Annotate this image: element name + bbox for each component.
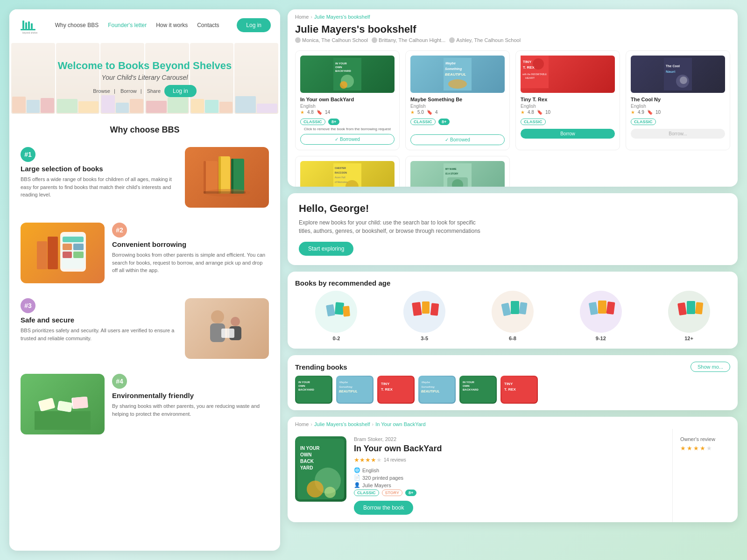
book-cool-name: The Cool Ny (631, 97, 725, 102)
book-cover-yard: IN YOUR OWN BACKYARD (300, 56, 395, 93)
feature-3-text: #3 Safe and secure BBS prioritizes safet… (21, 298, 177, 342)
book-cool-lang: English (631, 104, 725, 109)
trending-book-3[interactable]: TINY T. REX (377, 376, 415, 404)
member-2-name: Brittany, The Calhoun Hight... (379, 37, 445, 43)
shelf-title: Julie Mayers's bookshelf (295, 23, 730, 35)
right-panels: Home › Julie Mayers's bookshelf Julie Ma… (288, 9, 738, 551)
trending-header: Trending books Show mo... (288, 355, 738, 376)
star-1: ★ (354, 456, 359, 463)
book-cover-tiny: TINY T. REX with the INDOMITABLE HEART (521, 56, 615, 93)
feature-2: #2 Convenient borrowing Borrowing books … (9, 215, 280, 291)
logo: beyond shelves (19, 16, 37, 35)
detail-breadcrumb-book[interactable]: In Your own BackYard (375, 421, 425, 427)
book-maybe-age: 8+ (438, 119, 450, 125)
trending-book-2[interactable]: Maybe Something BEAUTIFUL (336, 376, 374, 404)
hero-subtitle: Your Child's Literary Carousel (102, 74, 188, 81)
borrow-btn-cool[interactable]: Borrow... (631, 129, 725, 139)
member-3-name: Ashley, The Calhoun School (456, 37, 521, 43)
hero-title: Welcome to Books Beyond Shelves (58, 60, 232, 72)
book-maybe-reviews: 4 (435, 110, 438, 115)
feature-4-image (21, 374, 105, 434)
owner-star-2: ★ (687, 445, 692, 452)
hero-section: Welcome to Books Beyond Shelves Your Chi… (9, 41, 280, 116)
start-exploring-button[interactable]: Start exploring (299, 242, 353, 256)
svg-text:OWN: OWN (335, 66, 342, 69)
breadcrumb-bookshelf[interactable]: Julie Mayers's bookshelf (314, 14, 370, 20)
show-more-button[interactable]: Show mo... (691, 362, 730, 372)
book-cover-chester: CHESTER RACCOON Acorn Full of Memories (300, 161, 395, 187)
svg-text:TINY: TINY (504, 382, 513, 386)
detail-content: IN YOUR OWN BACK YARD Bram Stoker, 2022 … (288, 429, 738, 522)
svg-rect-9 (218, 156, 221, 194)
hero-browse[interactable]: Browse (93, 88, 110, 94)
borrow-btn-tiny[interactable]: Borrow (521, 129, 615, 139)
book-card-yard: IN YOUR OWN BACKYARD In Your own BackYar… (295, 50, 400, 150)
hero-borrow[interactable]: Borrow (114, 88, 137, 94)
hero-share[interactable]: Share (141, 88, 161, 94)
svg-text:Something: Something (339, 385, 352, 388)
svg-text:Something: Something (421, 385, 435, 388)
detail-tags: CLASSIC STORY 8+ (354, 490, 665, 496)
feature-3-image (185, 298, 269, 359)
trending-book-6[interactable]: TINY T. REX (500, 376, 538, 404)
nav-founders[interactable]: Founder's letter (108, 22, 147, 28)
owner-star-4: ★ (700, 445, 705, 452)
age-group-9-12[interactable]: 9-12 (559, 291, 642, 341)
nav-contacts[interactable]: Contacts (197, 22, 219, 28)
owner-stars: ★ ★ ★ ★ ★ (680, 445, 730, 452)
detail-breadcrumb-home[interactable]: Home (295, 421, 309, 427)
breadcrumb-home[interactable]: Home (295, 14, 309, 20)
borrowed-btn-yard[interactable]: ✓ Borrowed (300, 134, 395, 145)
detail-breadcrumb-shelf[interactable]: Julie Mayers's bookshelf (314, 421, 370, 427)
svg-rect-72 (343, 306, 350, 316)
feature-1-image (185, 147, 269, 208)
detail-borrow-button[interactable]: Borrow the book (354, 501, 413, 515)
borrowed-btn-maybe[interactable]: ✓ Borrowed (410, 134, 505, 145)
svg-text:The Cool: The Cool (666, 64, 680, 68)
trending-book-5[interactable]: IN YOUR OWN BACKYARD (459, 376, 497, 404)
trending-book-4[interactable]: Maybe Something BEAUTIFUL (418, 376, 456, 404)
book-cool-tag: CLASSIC (631, 119, 656, 125)
owner-star-1: ★ (680, 445, 686, 452)
book-yard-tag-age: 8+ (328, 119, 339, 125)
bookshelf-panel: Home › Julie Mayers's bookshelf Julie Ma… (288, 9, 738, 187)
svg-text:HEART: HEART (525, 77, 535, 79)
age-section-title: Books by recommended age (288, 272, 738, 291)
trending-row: IN YOUR OWN BACKYARD Maybe Something BEA… (288, 376, 738, 410)
book-cover-maybe: Maybe Something BEAUTIFUL (410, 56, 505, 93)
borrow-tooltip: Click to remove the book from the borrow… (300, 127, 395, 131)
star-5: ★ (376, 456, 382, 463)
member-2: Brittany, The Calhoun Hight... (372, 37, 445, 43)
hero-login-button[interactable]: Log in (164, 85, 197, 97)
book-maybe-tag: CLASSIC (410, 119, 436, 125)
book-tiny-rating: 4.8 (528, 110, 534, 115)
nav-why-bbs[interactable]: Why choose BBS (55, 22, 99, 28)
hello-title: Hello, George! (299, 203, 726, 215)
age-circle-12plus (668, 291, 710, 333)
book-card-cool: The Cool Nauri The Cool Ny English ★ 4.9… (626, 50, 730, 150)
book-grid: IN YOUR OWN BACKYARD In Your own BackYar… (288, 47, 738, 187)
svg-rect-35 (72, 397, 88, 409)
age-group-6-8[interactable]: 6-8 (472, 291, 554, 341)
book-yard-reviews: 14 (325, 110, 330, 115)
svg-text:BEAUTIFUL: BEAUTIFUL (445, 72, 466, 77)
feature-2-title: Convenient borrowing (112, 240, 269, 248)
age-group-12plus[interactable]: 12+ (648, 291, 730, 341)
book-card-tiny: TINY T. REX with the INDOMITABLE HEART T… (515, 50, 620, 150)
header-login-button[interactable]: Log in (237, 18, 271, 32)
age-group-3-5[interactable]: 3-5 (383, 291, 466, 341)
marketing-site: beyond shelves Why choose BBS Founder's … (9, 9, 280, 551)
shelf-header: Julie Mayers's bookshelf Monica, The Cal… (288, 21, 738, 47)
svg-point-50 (533, 58, 544, 70)
nav-how-it-works[interactable]: How it works (156, 22, 188, 28)
book-maybe-lang: English (410, 104, 505, 109)
svg-rect-84 (606, 301, 615, 315)
svg-rect-88 (695, 302, 703, 314)
book-cool-reviews: 10 (655, 110, 661, 115)
book-yard-name: In Your own BackYard (300, 97, 395, 102)
age-group-0-2[interactable]: 0-2 (295, 291, 378, 341)
svg-text:IN YOUR: IN YOUR (300, 446, 320, 451)
svg-rect-75 (422, 301, 430, 314)
star-3: ★ (365, 456, 371, 463)
trending-book-1[interactable]: IN YOUR OWN BACKYARD (295, 376, 332, 404)
